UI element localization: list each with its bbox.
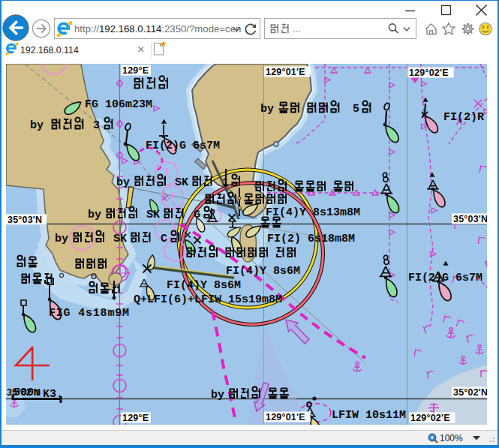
svg-text:FG 106m23M: FG 106m23M (85, 98, 152, 111)
svg-text:35°03'N: 35°03'N (8, 215, 42, 225)
svg-text:SK: SK (146, 209, 160, 221)
svg-text:129°01'E: 129°01'E (266, 412, 305, 422)
svg-text:by: by (55, 233, 68, 245)
svg-text:FI(4)Y 8s13m8M: FI(4)Y 8s13m8M (266, 206, 360, 219)
svg-text:G: G (194, 209, 200, 221)
svg-text:500m: 500m (14, 386, 41, 399)
svg-text:1: 1 (222, 176, 229, 189)
svg-text:192.168.0.114: 192.168.0.114 (20, 45, 79, 56)
svg-text:...: ... (293, 23, 301, 35)
svg-text:129°E: 129°E (122, 413, 149, 423)
svg-text:by: by (211, 389, 224, 401)
svg-text:FI(2)G 6s7M: FI(2)G 6s7M (408, 272, 482, 284)
svg-text:SK: SK (175, 176, 188, 189)
svg-text:Q+LFI(6)+LFIW 15s19m8M: Q+LFI(6)+LFIW 15s19m8M (134, 293, 282, 306)
svg-text:FI(4)Y 8s6M: FI(4)Y 8s6M (226, 265, 300, 278)
svg-text:100%: 100% (440, 433, 463, 443)
svg-text:C: C (161, 233, 167, 245)
svg-text:129°01'E: 129°01'E (266, 67, 305, 77)
svg-text:FI(2) 6s18m8M: FI(2) 6s18m8M (267, 233, 355, 245)
svg-text:LFIW 10s11M: LFIW 10s11M (332, 409, 406, 422)
svg-text:129°E: 129°E (122, 65, 149, 76)
svg-text:K3.: K3. (43, 388, 63, 401)
svg-text:FIG 4s18m9M: FIG 4s18m9M (49, 307, 130, 320)
svg-text:http://192.168.0.114:2350/?mod: http://192.168.0.114:2350/?mode=cen (74, 23, 241, 35)
svg-text:35°03'N: 35°03'N (453, 214, 487, 224)
svg-text:by: by (116, 176, 130, 189)
svg-text:SK: SK (113, 233, 127, 245)
svg-text:129°02'E: 129°02'E (409, 68, 449, 78)
svg-text:FI(2)G 6s7M: FI(2)G 6s7M (146, 140, 220, 152)
svg-text:5: 5 (353, 103, 359, 116)
svg-text:by: by (30, 119, 44, 132)
svg-text:35°02'N: 35°02'N (453, 387, 487, 398)
svg-text:by: by (88, 209, 101, 221)
svg-text:129°02'E: 129°02'E (410, 413, 450, 423)
svg-text:by: by (260, 103, 274, 116)
svg-text:FI(4)Y 8s6M: FI(4)Y 8s6M (167, 279, 241, 292)
svg-text:3: 3 (93, 119, 100, 132)
svg-text:FI(2)R: FI(2)R (443, 111, 484, 124)
